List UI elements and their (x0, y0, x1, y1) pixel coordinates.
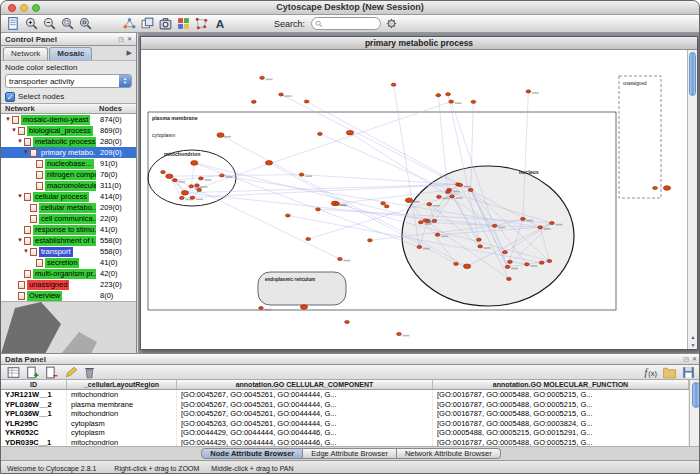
table-row[interactable]: YPL036W__1mitochondrion[GO:0045267, GO:0… (1, 409, 689, 419)
tab-node-attribute-browser[interactable]: Node Attribute Browser (201, 448, 303, 459)
network-canvas[interactable]: plasma membrane cytoplasm mitochondrion … (141, 50, 697, 349)
network-node[interactable] (304, 100, 309, 103)
tab-overflow-arrow-icon[interactable]: ▶ (125, 46, 134, 60)
tree-expand-icon[interactable]: ▼ (16, 235, 24, 246)
snapshot-icon[interactable] (158, 16, 173, 31)
network-node[interactable] (381, 202, 386, 205)
network-node[interactable] (454, 262, 459, 265)
zoom-fit-icon[interactable] (78, 16, 93, 31)
network-node[interactable] (189, 185, 194, 188)
close-data-panel-icon[interactable]: ✕ (692, 353, 697, 365)
network-node[interactable] (505, 265, 510, 268)
network-node[interactable] (653, 186, 658, 189)
tree-row-biological-process[interactable]: ▼biological_process869(0) (1, 125, 136, 136)
table-vertical-scrollbar[interactable] (689, 380, 700, 447)
network-node[interactable] (507, 277, 512, 280)
float-data-panel-icon[interactable]: ◳ (683, 353, 689, 365)
network-node[interactable] (306, 237, 311, 240)
network-frame-title[interactable]: primary metabolic process (141, 37, 697, 50)
search-options-icon[interactable] (384, 16, 399, 31)
network-node[interactable] (521, 217, 526, 220)
float-panel-icon[interactable]: ◳ (118, 33, 124, 45)
first-neighbors-icon[interactable] (122, 16, 137, 31)
search-input[interactable] (323, 18, 375, 29)
zoom-in-icon[interactable] (24, 16, 39, 31)
network-node[interactable] (526, 90, 531, 93)
network-node[interactable] (449, 100, 454, 103)
layout-icon[interactable] (194, 16, 209, 31)
scrollbar-thumb[interactable] (689, 52, 696, 96)
network-node[interactable] (525, 263, 530, 266)
color-attribute-dropdown[interactable]: transporter activity ▲▼ (5, 74, 132, 88)
network-node[interactable] (458, 183, 463, 186)
network-node[interactable] (219, 174, 224, 177)
network-node[interactable] (417, 245, 422, 248)
edit-attribute-icon[interactable] (63, 365, 78, 380)
tree-expand-icon[interactable]: ▼ (10, 125, 18, 136)
table-column-header[interactable]: annotation.GO CELLULAR_COMPONENT (177, 380, 433, 389)
tree-expand-icon[interactable]: ▼ (16, 191, 24, 202)
scroll-down-icon[interactable]: ▼ (688, 341, 697, 349)
tree-row-secretion[interactable]: secretion41(0) (1, 257, 136, 268)
network-vertical-scrollbar[interactable]: ▲ ▼ (687, 50, 697, 349)
tree-row-unassigned[interactable]: unassigned223(0) (1, 279, 136, 290)
network-node[interactable] (285, 214, 290, 217)
network-node[interactable] (391, 83, 396, 86)
open-icon[interactable] (6, 16, 21, 31)
table-row[interactable]: YPL036W__2plasma membrane[GO:0045267, GO… (1, 400, 689, 410)
tree-row-establishment-of-l-[interactable]: ▼establishment of l...558(0) (1, 235, 136, 246)
network-node[interactable] (345, 320, 350, 323)
table-row[interactable]: YKR052Ccytoplasm[GO:0044429, GO:0044444,… (1, 428, 689, 438)
select-nodes-checkbox[interactable]: ✓ (5, 92, 15, 102)
tree-expand-icon[interactable]: ▼ (16, 136, 24, 147)
zoom-window-button[interactable] (32, 4, 40, 12)
table-column-header[interactable]: ID (1, 380, 67, 389)
network-node[interactable] (450, 195, 455, 198)
table-column-header[interactable]: annotation.GO MOLECULAR_FUNCTION (433, 380, 689, 389)
network-node[interactable] (316, 208, 321, 211)
network-node[interactable] (199, 177, 204, 180)
network-node[interactable] (427, 203, 432, 206)
tree-row-cellular-process[interactable]: ▼cellular process414(0) (1, 191, 136, 202)
network-node[interactable] (300, 305, 307, 310)
network-node[interactable] (446, 93, 451, 96)
network-node[interactable] (251, 100, 256, 103)
table-column-header[interactable]: _cellularLayoutRegion (67, 380, 177, 389)
network-node[interactable] (190, 196, 195, 199)
network-node[interactable] (538, 226, 543, 229)
network-node[interactable] (161, 171, 166, 174)
table-scrollbar-thumb[interactable] (692, 382, 700, 408)
network-node[interactable] (492, 224, 497, 227)
network-node[interactable] (405, 198, 412, 203)
network-node[interactable] (179, 196, 184, 199)
network-node[interactable] (195, 184, 200, 187)
create-attribute-icon[interactable] (25, 365, 40, 380)
network-node[interactable] (259, 306, 264, 309)
tree-row-metabolic-process[interactable]: ▼metabolic process280(0) (1, 136, 136, 147)
attribute-table-header[interactable]: ID_cellularLayoutRegionannotation.GO CEL… (1, 380, 689, 390)
network-node[interactable] (338, 257, 343, 260)
network-node[interactable] (464, 264, 471, 269)
network-node[interactable] (547, 259, 552, 262)
network-node[interactable] (508, 260, 513, 263)
network-node[interactable] (166, 174, 173, 179)
network-node[interactable] (265, 161, 272, 166)
tree-row-mosaic-demo-yeast[interactable]: ▼mosaic-demo-yeast874(0) (1, 114, 136, 125)
network-node[interactable] (318, 132, 323, 135)
tree-header[interactable]: Network Nodes (1, 103, 136, 114)
vizmapper-icon[interactable] (176, 16, 191, 31)
window-titlebar[interactable]: Cytoscape Desktop (New Session) (1, 1, 699, 15)
function-builder-icon[interactable]: f(x) (643, 365, 658, 380)
tree-expand-icon[interactable]: ▼ (4, 114, 12, 125)
search-box[interactable] (311, 17, 381, 30)
tree-row-transport[interactable]: ▼transport558(0) (1, 246, 136, 257)
tab-mosaic[interactable]: Mosaic (49, 47, 92, 60)
table-row[interactable]: YJR121W__1mitochondrion[GO:0045267, GO:0… (1, 390, 689, 400)
network-node[interactable] (539, 261, 544, 264)
annotation-icon[interactable]: A (212, 16, 227, 31)
zoom-out-icon[interactable] (42, 16, 57, 31)
tree-row-macromolecule-[interactable]: macromolecule...311(0) (1, 180, 136, 191)
tab-edge-attribute-browser[interactable]: Edge Attribute Browser (303, 448, 397, 459)
tree-expand-icon[interactable]: ▼ (22, 147, 30, 158)
tree-row-cellular-metabo-[interactable]: cellular metabo...209(0) (1, 202, 136, 213)
